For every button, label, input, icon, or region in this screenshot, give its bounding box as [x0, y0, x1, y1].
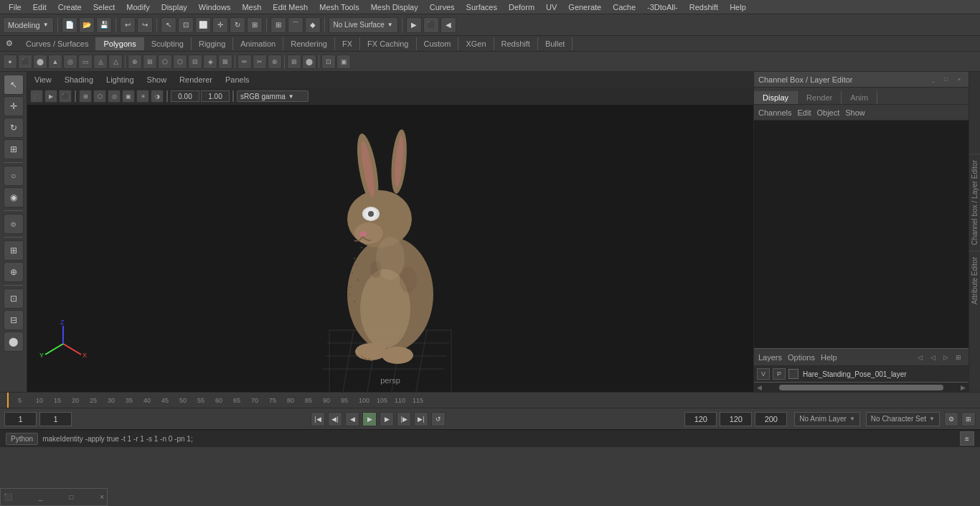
bottom-window-min-btn[interactable]: _ — [39, 493, 43, 501]
align-btn[interactable]: ⊟ — [4, 310, 24, 330]
redo-btn[interactable]: ↪ — [137, 17, 153, 33]
anim-settings-btn[interactable]: ⚙ — [944, 412, 958, 426]
viewport-menu-renderer[interactable]: Renderer — [176, 74, 215, 85]
menu-generate[interactable]: Generate — [562, 1, 607, 13]
sphere-icon-btn[interactable]: ● — [3, 55, 17, 69]
go-to-start-btn[interactable]: |◀ — [311, 412, 325, 426]
extract-icon-btn[interactable]: ⊠ — [218, 55, 232, 69]
tab-animation[interactable]: Animation — [233, 37, 283, 50]
weld-icon-btn[interactable]: ⊛ — [268, 55, 282, 69]
select-btn[interactable]: ↖ — [161, 17, 176, 33]
prism-icon-btn[interactable]: ◬ — [93, 55, 108, 69]
cb-show-menu[interactable]: Show — [845, 108, 865, 117]
sculpt-btn[interactable]: ⬤ — [4, 332, 24, 352]
vp-camera-btn[interactable]: 🎥 — [30, 90, 43, 103]
unfold-icon-btn[interactable]: ▣ — [336, 55, 351, 69]
vp-light-btn[interactable]: ☀ — [136, 90, 149, 103]
menu-mesh-display[interactable]: Mesh Display — [365, 1, 424, 13]
snap-curve-btn[interactable]: ⌒ — [288, 17, 303, 33]
viewport-menu-show[interactable]: Show — [144, 74, 170, 85]
ipr-btn[interactable]: ◀ — [440, 17, 456, 33]
panel-restore-btn[interactable]: □ — [941, 75, 951, 85]
menu-select[interactable]: Select — [88, 1, 121, 13]
menu-modify[interactable]: Modify — [121, 1, 155, 13]
layer-last-btn[interactable]: ⊞ — [953, 352, 964, 363]
range-end-field[interactable] — [684, 412, 717, 426]
snap-point-btn[interactable]: ◆ — [305, 17, 321, 33]
mirror-icon-btn[interactable]: ⊞ — [287, 55, 301, 69]
tab-fx[interactable]: FX — [335, 37, 360, 50]
bottom-window-restore-btn[interactable]: □ — [69, 493, 73, 501]
vp-value2-input[interactable] — [201, 90, 230, 102]
menu-file[interactable]: File — [3, 1, 27, 13]
python-mode-btn[interactable]: Python — [6, 433, 38, 445]
cut-icon-btn[interactable]: ✂ — [253, 55, 267, 69]
layer-playback-btn[interactable]: P — [773, 368, 786, 380]
menu-edit-mesh[interactable]: Edit Mesh — [267, 1, 314, 13]
menu-create[interactable]: Create — [52, 1, 88, 13]
vp-play-btn[interactable]: ▶ — [44, 90, 57, 103]
vp-texture-btn[interactable]: ▣ — [122, 90, 135, 103]
cb-edit-menu[interactable]: Edit — [797, 108, 811, 117]
layer-color-swatch[interactable] — [788, 369, 798, 379]
cb-tab-render[interactable]: Render — [798, 91, 842, 104]
timeline[interactable]: 5 10 15 20 25 30 35 40 45 50 55 60 65 70… — [0, 392, 980, 408]
max-end-field[interactable] — [755, 412, 787, 426]
pyramid-icon-btn[interactable]: △ — [108, 55, 123, 69]
character-set-dropdown[interactable]: No Character Set ▼ — [866, 412, 940, 426]
show-hide-btn[interactable]: ⊞ — [4, 240, 24, 261]
prev-frame-btn[interactable]: ◀ — [345, 412, 359, 426]
move-tool-btn[interactable]: ✛ — [4, 96, 24, 116]
tab-fx-caching[interactable]: FX Caching — [360, 37, 416, 50]
new-scene-btn[interactable]: 📄 — [62, 17, 77, 33]
rotate-tool-btn[interactable]: ↻ — [4, 118, 24, 138]
snap-btn[interactable]: ⊡ — [4, 289, 24, 309]
workspace-dropdown[interactable]: Modeling ▼ — [3, 17, 54, 33]
vp-grid-btn[interactable]: ⊞ — [79, 90, 92, 103]
scroll-left-btn[interactable]: ◀ — [754, 384, 765, 391]
tab-polygons[interactable]: Polygons — [96, 37, 143, 50]
time-cursor[interactable] — [7, 393, 9, 408]
live-surface-dropdown[interactable]: No Live Surface ▼ — [329, 17, 398, 33]
layer-new-btn[interactable]: ◁ — [914, 352, 925, 363]
side-tab-attribute-editor[interactable]: Attribute Editor — [969, 250, 980, 310]
tab-custom[interactable]: Custom — [417, 37, 459, 50]
tab-xgen[interactable]: XGen — [458, 37, 494, 50]
layer-fwd-btn[interactable]: ▷ — [940, 352, 951, 363]
move-btn[interactable]: ✛ — [212, 17, 228, 33]
menu-surfaces[interactable]: Surfaces — [461, 1, 503, 13]
menu-3dtoall[interactable]: -3DtoAll- — [641, 1, 684, 13]
tab-settings-icon[interactable]: ⚙ — [3, 37, 16, 50]
next-frame-btn[interactable]: ▶ — [380, 412, 394, 426]
scale-btn[interactable]: ⊞ — [247, 17, 263, 33]
loop-btn[interactable]: ↺ — [431, 412, 446, 426]
uv-icon-btn[interactable]: ⊡ — [321, 55, 336, 69]
viewport-menu-view[interactable]: View — [32, 74, 55, 85]
layers-menu[interactable]: Layers — [758, 353, 782, 362]
undo-btn[interactable]: ↩ — [120, 17, 136, 33]
viewport-menu-panels[interactable]: Panels — [222, 74, 253, 85]
menu-windows[interactable]: Windows — [193, 1, 237, 13]
connect-icon-btn[interactable]: ⊟ — [188, 55, 202, 69]
rotate-btn[interactable]: ↻ — [230, 17, 245, 33]
anim-extra-btn[interactable]: ⊞ — [961, 412, 976, 426]
menu-display[interactable]: Display — [156, 1, 193, 13]
max-range-field[interactable] — [720, 412, 752, 426]
vp-smooth-btn[interactable]: ◎ — [108, 90, 121, 103]
menu-curves[interactable]: Curves — [424, 1, 461, 13]
viewport[interactable]: View Shading Lighting Show Renderer Pane… — [27, 72, 753, 392]
smooth-icon-btn[interactable]: ⬤ — [302, 55, 316, 69]
tab-sculpting[interactable]: Sculpting — [144, 37, 192, 50]
torus-icon-btn[interactable]: ◎ — [63, 55, 77, 69]
scale-tool-btn[interactable]: ⊞ — [4, 139, 24, 159]
panel-close-btn[interactable]: × — [954, 75, 964, 85]
tab-curves-surfaces[interactable]: Curves / Surfaces — [19, 37, 96, 50]
layers-options-menu[interactable]: Options — [788, 353, 815, 362]
anim-layer-dropdown[interactable]: No Anim Layer ▼ — [794, 412, 860, 426]
play-btn[interactable]: ▶ — [362, 412, 377, 426]
menu-help[interactable]: Help — [724, 1, 752, 13]
bridge-icon-btn[interactable]: ⬡ — [173, 55, 187, 69]
menu-edit[interactable]: Edit — [27, 1, 52, 13]
cb-object-menu[interactable]: Object — [816, 108, 839, 117]
layers-help-menu[interactable]: Help — [821, 353, 837, 362]
